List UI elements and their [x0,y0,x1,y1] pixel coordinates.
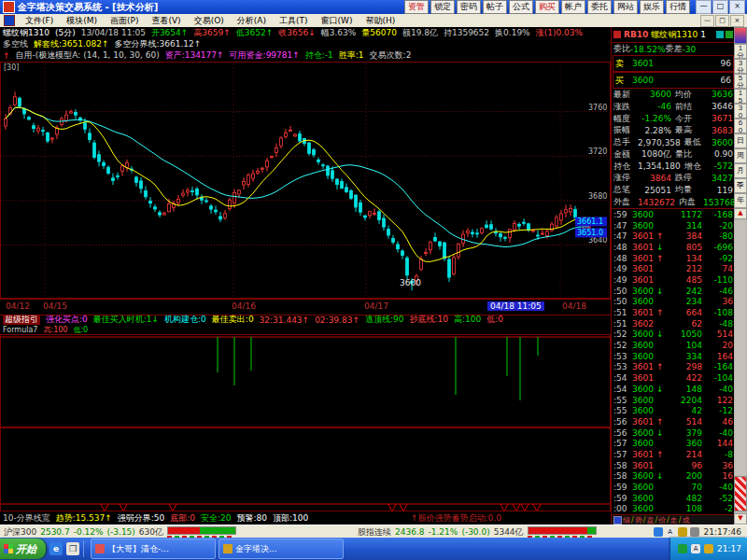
period-button-5分[interactable]: 5 分 [734,74,747,89]
tick-row[interactable]: :473601↑384-80 [612,231,735,242]
menu-item-工具(T)[interactable]: 工具(T) [273,15,315,27]
quote-tab-盘[interactable]: 盘 [646,515,654,525]
tick-row[interactable]: :563600↓379-40 [612,427,735,439]
tick-row[interactable]: :513601↑664-108 [612,307,735,318]
tick-row[interactable]: :523600↓1050514 [612,329,735,341]
tick-row[interactable]: :55360042-12 [612,405,735,416]
desktop-quicklaunch-icon[interactable]: ❒ [66,542,79,555]
tray-input-icon[interactable]: A [666,527,675,537]
model-status-segment: 交易次数:2 [370,49,412,62]
tick-row[interactable]: :593600482-52 [612,493,735,504]
tick-row[interactable]: :473600314-20 [612,220,735,231]
period-button-60分[interactable]: 6 0分 [734,119,747,133]
bid-row[interactable]: 买360066 [613,72,734,89]
toolbar-button-行情[interactable]: 行情 [666,0,690,14]
toolbar-button-密码[interactable]: 密码 [457,0,481,14]
quote-tab-细[interactable]: 细 [623,515,630,525]
tick-row[interactable]: :5536002204122 [612,395,735,406]
menu-item-文件(F)[interactable]: 文件(F) [19,15,60,27]
tick-row[interactable]: :49360121274 [612,263,735,274]
tray-antivirus-icon[interactable] [678,544,687,553]
ie-quicklaunch-icon[interactable]: e [49,542,63,555]
period-button-15分[interactable]: 1 5分 [734,89,747,104]
tick-row[interactable]: :503600↓242-46 [612,286,735,297]
scroll-down-button[interactable]: ▼ [734,513,747,525]
tick-row[interactable]: :483601↓805-696 [612,242,735,253]
start-button[interactable]: 开始 [0,539,46,559]
tray-misc-icon[interactable] [690,527,699,537]
tick-row[interactable]: :543600↓148-40 [612,384,735,395]
toolbar-button-资管[interactable]: 资管 [404,0,429,14]
close-button[interactable]: × [729,0,745,14]
minimize-button[interactable]: — [696,0,712,14]
tray-update-icon[interactable] [704,544,713,553]
scrollbar-thumb[interactable] [734,476,747,511]
mdi-close-button[interactable]: × [730,15,744,27]
tick-row[interactable]: :5936001172-168 [612,209,735,220]
task-button-1[interactable]: 【大哥】清仓-... [91,539,216,559]
tick-row[interactable]: :543601422-104 [612,372,735,384]
period-button-1分[interactable]: 1 分 [734,44,747,59]
period-button-3分[interactable]: 3 分 [734,59,747,74]
tick-list[interactable]: :5936001172-168:473600314-20:473601↑384-… [612,208,735,514]
period-button-月[interactable]: 月 [734,163,747,178]
quote-tab-价[interactable]: 价 [658,515,666,525]
ask-row[interactable]: 卖360196 [613,55,734,72]
scroll-up-button[interactable]: ▲ [734,208,747,219]
menu-item-模块(M)[interactable]: 模块(M) [60,15,104,27]
tick-row[interactable]: :573601↑214-8 [612,449,735,460]
period-button-周[interactable]: 周 [734,148,747,163]
indicator2-chart[interactable] [0,427,611,511]
menu-item-查看(V)[interactable]: 查看(V) [145,15,187,27]
tick-row[interactable]: :573600360144 [612,438,735,449]
chart-link-icon[interactable] [716,31,724,38]
restore-button[interactable]: □ [712,0,728,14]
quote-header[interactable]: RB10 螺纹钢1310 1 [612,27,735,43]
toolbar-button-帖子[interactable]: 帖子 [483,0,507,14]
tick-row[interactable]: :563601↑51446 [612,416,735,427]
toolbar-button-娱乐[interactable]: 娱乐 [640,0,664,14]
tick-row[interactable]: :533600334164 [612,351,735,362]
toolbar-button-锁定[interactable]: 锁定 [430,0,455,14]
period-button-日[interactable]: 日 [734,133,747,148]
toolbar-button-公式[interactable]: 公式 [509,0,533,14]
toolbar-button-购买[interactable]: 购买 [535,0,559,14]
menu-item-帮助(H)[interactable]: 帮助(H) [359,15,402,27]
tray-ime-icon[interactable]: A [691,544,700,553]
menu-item-交易(O)[interactable]: 交易(O) [188,15,231,27]
period-button-30分[interactable]: 3 0分 [734,104,747,119]
menu-item-画面(P)[interactable]: 画面(P) [104,15,145,27]
board-icon[interactable] [726,31,733,38]
quote-tab-成[interactable]: 成 [683,515,690,525]
candlestick-chart[interactable]: 37603720368036403600[30]3651.03661.1 [0,62,611,299]
indicator1-chart[interactable] [0,334,611,427]
tick-row[interactable]: :003600108-2 [612,504,735,514]
tray-network-icon[interactable] [654,527,663,537]
tick-row[interactable]: :59360070-40 [612,482,735,493]
tick-row[interactable]: :50360023436 [612,296,735,307]
period-button-季[interactable]: 季 [734,178,747,193]
candle [378,212,381,220]
menu-item-窗口(W)[interactable]: 窗口(W) [314,15,359,27]
tray-alert-icon[interactable] [678,527,687,537]
quote-tab-势[interactable]: 势 [635,515,642,525]
tick-row[interactable]: :533601↑298-164 [612,362,735,373]
chart-layout-icon[interactable] [734,27,747,44]
scrollbar-track[interactable] [734,219,747,513]
tick-row[interactable]: :493601485-110 [612,274,735,286]
period-button-年[interactable]: 年 [734,193,747,208]
tick-row[interactable]: :483601↑134-92 [612,253,735,264]
price-tag-text: 3651.0 [577,229,603,237]
tick-row[interactable]: :51360262-48 [612,318,735,329]
quote-tab-走[interactable]: 走 [670,515,678,525]
menu-item-分析(A)[interactable]: 分析(A) [231,15,273,27]
task-button-2[interactable]: 金字塔决... [218,539,344,559]
toolbar-button-帐户[interactable]: 帐户 [561,0,585,14]
tick-row[interactable]: :52360010420 [612,340,735,351]
mdi-minimize-button[interactable]: — [700,15,714,27]
toolbar-button-网站[interactable]: 网站 [613,0,638,14]
toolbar-button-委托[interactable]: 委托 [587,0,612,14]
mdi-restore-button[interactable]: □ [715,15,729,27]
tick-row[interactable]: :583600↓20016 [612,470,735,482]
tick-row[interactable]: :5836019636 [612,460,735,471]
